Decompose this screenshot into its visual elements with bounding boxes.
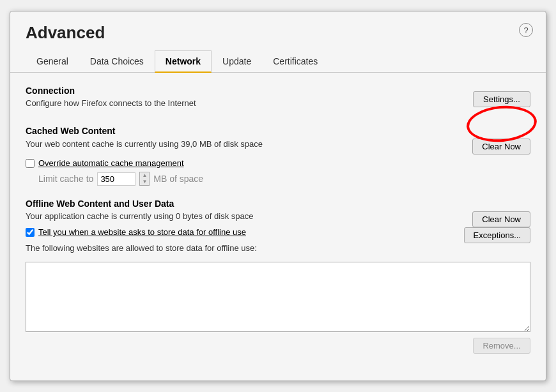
limit-cache-spinner: ▲ ▼ [139,172,150,186]
tab-network[interactable]: Network [155,50,212,73]
offline-clear-now-button[interactable]: Clear Now [472,211,530,227]
override-cache-checkbox[interactable] [26,159,35,168]
cached-web-content-section: Cached Web Content Your web content cach… [26,126,530,186]
offline-checkbox-row: Tell you when a website asks to store da… [26,227,530,243]
tab-content: Connection Configure how Firefox connect… [10,73,546,379]
limit-cache-input[interactable] [97,172,135,186]
override-cache-label[interactable]: Override automatic cache management [38,158,184,168]
exceptions-button[interactable]: Exceptions... [464,227,530,243]
tab-certificates[interactable]: Certificates [262,50,328,73]
cached-desc-row: Your web content cache is currently usin… [26,139,530,155]
cached-clear-now-button[interactable]: Clear Now [472,139,530,155]
connection-title: Connection [26,86,196,96]
help-icon[interactable]: ? [519,23,533,37]
cached-description: Your web content cache is currently usin… [26,139,263,149]
cache-limit-row: Limit cache to ▲ ▼ MB of space [38,172,530,186]
tell-checkbox[interactable] [26,228,35,237]
tab-general[interactable]: General [26,50,79,73]
connection-left: Connection Configure how Firefox connect… [26,86,196,113]
tell-label[interactable]: Tell you when a website asks to store da… [38,227,246,237]
page-title: Advanced [10,11,546,48]
websites-label: The following websites are allowed to st… [26,243,530,253]
advanced-dialog: Advanced ? General Data Choices Network … [10,11,546,381]
cached-title: Cached Web Content [26,126,530,136]
connection-section: Connection Configure how Firefox connect… [26,86,530,113]
spinner-down[interactable]: ▼ [140,179,149,185]
offline-title: Offline Web Content and User Data [26,199,530,209]
offline-section: Offline Web Content and User Data Your a… [26,199,530,354]
limit-cache-label: Limit cache to [38,174,93,184]
tab-data-choices[interactable]: Data Choices [79,50,155,73]
limit-unit-label: MB of space [153,174,203,184]
spinner-up[interactable]: ▲ [140,172,149,179]
offline-description: Your application cache is currently usin… [26,211,254,221]
connection-description: Configure how Firefox connects to the In… [26,98,196,108]
tab-update[interactable]: Update [212,50,262,73]
offline-top-row: Your application cache is currently usin… [26,211,530,227]
tab-bar: General Data Choices Network Update Cert… [10,50,546,73]
websites-list[interactable] [26,262,530,332]
override-cache-row: Override automatic cache management [26,158,530,168]
tell-checkbox-row: Tell you when a website asks to store da… [26,227,246,237]
connection-row: Connection Configure how Firefox connect… [26,86,530,113]
remove-button[interactable]: Remove... [473,338,530,354]
remove-row: Remove... [26,338,530,354]
settings-button[interactable]: Settings... [473,91,530,107]
